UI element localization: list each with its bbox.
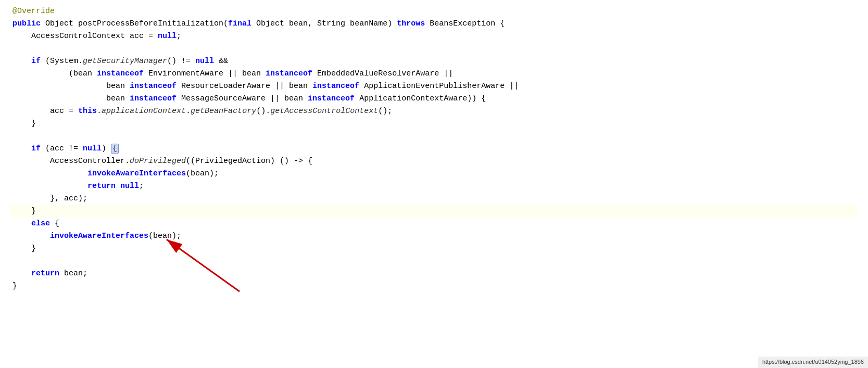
line-19: invokeAwareInterfaces(bean); xyxy=(10,230,858,243)
line-7: bean instanceof ResourceLoaderAware || b… xyxy=(10,80,858,93)
line-16: }, acc); xyxy=(10,193,858,205)
code-block: @Override public Object postProcessBefor… xyxy=(0,5,868,293)
line-15: return null; xyxy=(10,180,858,193)
line-14: invokeAwareInterfaces(bean); xyxy=(10,168,858,180)
line-22: return bean; xyxy=(10,268,858,280)
line-18: else { xyxy=(10,218,858,230)
line-6: (bean instanceof EnvironmentAware || bea… xyxy=(10,68,858,80)
annotation: @Override xyxy=(12,7,55,16)
line-23: } xyxy=(10,280,858,293)
line-5: if (System.getSecurityManager() != null … xyxy=(10,55,858,68)
line-17: } xyxy=(10,205,858,218)
line-21 xyxy=(10,255,858,268)
line-13: AccessController.doPrivileged((Privilege… xyxy=(10,155,858,168)
brace-highlight: { xyxy=(111,144,119,154)
line-9: acc = this.applicationContext.getBeanFac… xyxy=(10,105,858,118)
line-8: bean instanceof MessageSourceAware || be… xyxy=(10,93,858,105)
kw-public: public xyxy=(12,19,41,28)
line-12: if (acc != null) { xyxy=(10,143,858,155)
line-20: } xyxy=(10,243,858,255)
line-2: public Object postProcessBeforeInitializ… xyxy=(10,18,858,30)
line-10: } xyxy=(10,118,858,130)
line-11 xyxy=(10,130,858,143)
url-bar: https://blog.csdn.net/u014052ying_1896 xyxy=(758,357,868,368)
code-container: @Override public Object postProcessBefor… xyxy=(0,0,868,368)
line-4 xyxy=(10,43,858,55)
line-1: @Override xyxy=(10,5,858,18)
line-3: AccessControlContext acc = null; xyxy=(10,30,858,43)
